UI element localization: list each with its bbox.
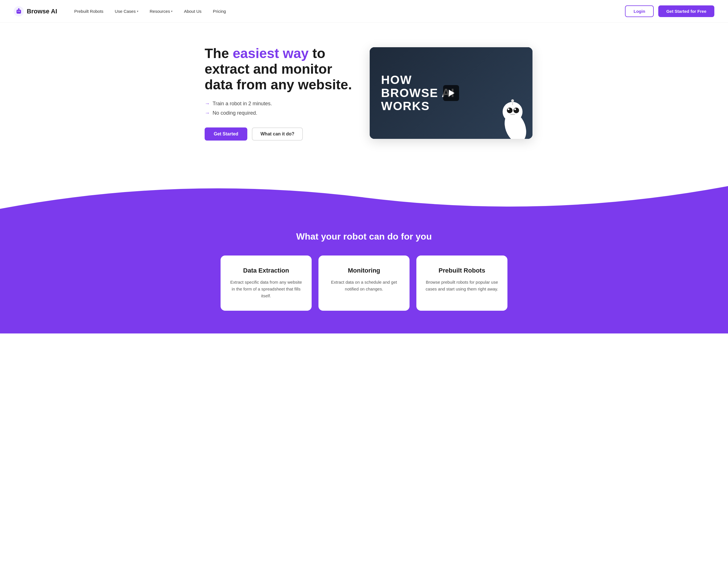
- get-started-button[interactable]: Get Started: [205, 128, 247, 140]
- video-thumbnail: HOW BROWSE AI WORKS: [370, 47, 532, 139]
- nav-about-us[interactable]: About Us: [184, 9, 202, 14]
- feature-card-desc-3: Browse prebuilt robots for popular use c…: [425, 279, 498, 292]
- robot-character: [487, 93, 532, 139]
- hero-title: The easiest way to extract and monitor d…: [205, 46, 353, 93]
- nav-resources[interactable]: Resources ▾: [150, 9, 173, 14]
- svg-rect-1: [17, 10, 21, 14]
- feature-card-desc-1: Extract specific data from any website i…: [230, 279, 303, 299]
- bullet-2: → No coding required.: [205, 110, 353, 116]
- hero-left: The easiest way to extract and monitor d…: [205, 46, 353, 140]
- get-started-free-button[interactable]: Get Started for Free: [658, 5, 714, 17]
- play-icon: [449, 89, 454, 97]
- nav-prebuilt-robots[interactable]: Prebuilt Robots: [74, 9, 104, 14]
- use-cases-chevron-icon: ▾: [137, 10, 138, 13]
- login-button[interactable]: Login: [625, 5, 654, 17]
- arrow-icon-1: →: [205, 101, 210, 107]
- svg-point-10: [508, 108, 510, 110]
- what-can-it-do-button[interactable]: What can it do?: [252, 128, 303, 140]
- features-cards: Data Extraction Extract specific data fr…: [207, 256, 521, 311]
- features-section: What your robot can do for you Data Extr…: [0, 220, 728, 334]
- wave-section: What your robot can do for you Data Extr…: [0, 175, 728, 334]
- nav-actions: Login Get Started for Free: [625, 5, 714, 17]
- svg-rect-12: [510, 114, 515, 115]
- bullet-1: → Train a robot in 2 minutes.: [205, 101, 353, 107]
- logo-icon: [14, 6, 24, 17]
- navbar: Browse AI Prebuilt Robots Use Cases ▾ Re…: [0, 0, 728, 23]
- hero-section: The easiest way to extract and monitor d…: [182, 23, 546, 163]
- feature-card-title-1: Data Extraction: [230, 267, 303, 274]
- svg-point-14: [511, 99, 514, 102]
- features-title: What your robot can do for you: [14, 231, 714, 242]
- logo-link[interactable]: Browse AI: [14, 6, 57, 17]
- svg-rect-3: [19, 11, 20, 12]
- nav-links: Prebuilt Robots Use Cases ▾ Resources ▾ …: [74, 9, 625, 14]
- svg-point-11: [514, 108, 516, 110]
- wave-divider: [0, 175, 728, 220]
- feature-card-data-extraction: Data Extraction Extract specific data fr…: [220, 256, 312, 311]
- feature-card-desc-2: Extract data on a schedule and get notif…: [328, 279, 400, 292]
- hero-buttons: Get Started What can it do?: [205, 128, 353, 140]
- nav-pricing[interactable]: Pricing: [213, 9, 226, 14]
- svg-rect-2: [18, 11, 19, 12]
- feature-card-title-3: Prebuilt Robots: [425, 267, 498, 274]
- svg-point-9: [513, 108, 519, 113]
- play-button[interactable]: [443, 85, 459, 101]
- feature-card-monitoring: Monitoring Extract data on a schedule an…: [318, 256, 410, 311]
- arrow-icon-2: →: [205, 110, 210, 116]
- hero-bullets: → Train a robot in 2 minutes. → No codin…: [205, 101, 353, 116]
- feature-card-title-2: Monitoring: [328, 267, 400, 274]
- nav-use-cases[interactable]: Use Cases ▾: [115, 9, 138, 14]
- feature-card-prebuilt-robots: Prebuilt Robots Browse prebuilt robots f…: [416, 256, 508, 311]
- resources-chevron-icon: ▾: [171, 10, 173, 13]
- logo-text: Browse AI: [27, 8, 57, 15]
- hero-video[interactable]: HOW BROWSE AI WORKS: [370, 47, 532, 139]
- svg-point-8: [507, 108, 513, 113]
